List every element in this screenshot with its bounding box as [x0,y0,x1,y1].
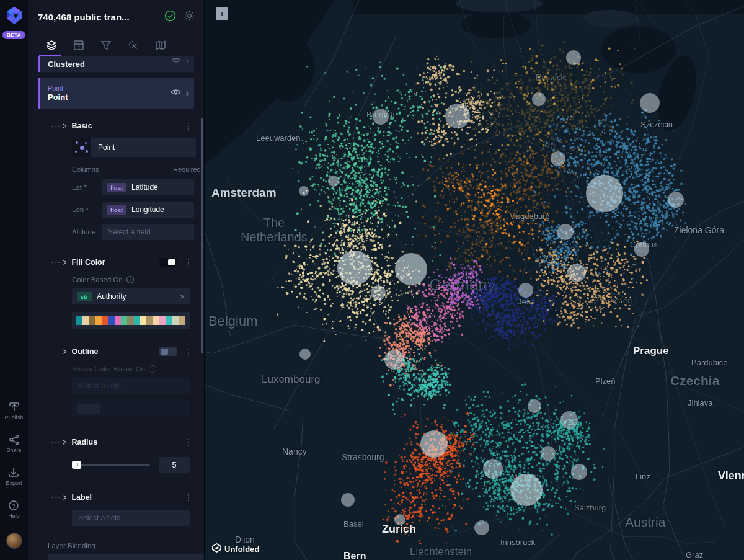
close-icon[interactable]: × [180,292,185,301]
publish-icon [9,401,20,412]
section-outline: > Outline ⋮ Stroke Color Based On i Sele… [51,345,194,417]
publish-button[interactable]: Publish [5,401,24,420]
map-viewport[interactable]: LeeuwardenAmsterdamThe NetherlandsBelgiu… [205,0,744,560]
layer-type-label: Point [48,84,68,92]
expand-chevron-icon[interactable]: > [63,437,66,447]
share-icon [9,434,20,445]
map-title[interactable]: 740,468 public tran... [38,12,157,22]
palette-swatch-11 [146,316,153,325]
palette-swatch-8 [127,316,133,325]
label-field-selector[interactable]: Select a field [72,510,190,526]
panel-scrollbar[interactable] [201,118,203,353]
altitude-field-row: Altitude Select a field [72,224,194,240]
color-field-selector[interactable]: str Authority × [72,288,190,304]
collapse-panel-button[interactable]: ‹ [216,7,228,20]
chevron-right-icon[interactable]: › [186,56,189,66]
layer-config-panel: Clustered › Point Point [28,56,204,560]
unfolded-logo[interactable] [6,6,23,27]
section-outline-header[interactable]: > Outline ⋮ [51,345,194,358]
expand-chevron-icon[interactable]: > [63,347,66,357]
palette-swatch-5 [108,316,114,325]
palette-swatch-14 [166,316,172,325]
float-type-badge: float [107,205,126,215]
eye-icon[interactable] [170,87,181,99]
section-basic-header[interactable]: > Basic ⋮ [51,120,194,132]
layer-blending-group: Layer Blending normal [48,542,194,560]
side-panel: 740,468 public tran... [28,0,205,560]
tab-basemap[interactable] [147,40,174,51]
panel-tabs [28,34,204,56]
color-field-value: Authority [97,292,126,301]
expand-chevron-icon[interactable]: > [63,492,66,502]
attribution-text: Unfolded [224,544,259,554]
left-rail: BETA Publish Share [0,0,28,560]
share-button[interactable]: Share [6,434,21,453]
unfolded-mark-icon [212,543,221,555]
palette-swatch-6 [115,316,121,325]
layer-blending-label: Layer Blending [48,542,194,549]
section-label-header[interactable]: > Label ⋮ [51,491,194,504]
outline-toggle[interactable] [159,347,177,356]
lat-label: Lat * [72,184,102,191]
section-radius: > Radius ⋮ 5 [51,436,194,473]
kebab-menu-icon[interactable]: ⋮ [183,437,194,447]
export-button[interactable]: Export [6,467,22,486]
palette-swatch-9 [134,316,140,325]
radius-slider-handle[interactable] [72,461,81,469]
eye-icon[interactable] [171,56,181,66]
altitude-field-selector[interactable]: Select a field [102,224,194,240]
expand-chevron-icon[interactable]: > [63,257,66,267]
radius-slider-track[interactable] [72,464,150,466]
layer-card-clustered[interactable]: Clustered › [38,56,194,72]
fill-color-toggle[interactable] [159,258,177,267]
layer-card-point[interactable]: Point Point › [38,78,194,109]
palette-swatch-4 [102,316,108,325]
palette-swatch-0 [76,316,82,325]
chevron-right-icon[interactable]: › [186,87,189,99]
palette-swatch-15 [172,316,178,325]
layer-type-value: Point [98,143,115,152]
tree-guide-line [43,171,43,546]
section-title: Label [71,493,92,502]
lat-field-selector[interactable]: float Latitude [102,179,194,195]
tab-layers[interactable] [38,39,65,51]
publish-label: Publish [5,414,24,420]
radius-value-input[interactable]: 5 [159,457,190,473]
kebab-menu-icon[interactable]: ⋮ [183,347,194,357]
user-avatar[interactable] [6,533,22,549]
color-palette-selector[interactable] [72,312,190,329]
help-button[interactable]: ? Help [8,500,20,519]
layer-name: Clustered [48,60,85,69]
section-radius-header[interactable]: > Radius ⋮ [51,436,194,448]
point-layer-canvas [205,0,744,560]
map-attribution[interactable]: Unfolded [212,543,259,555]
tab-filters[interactable] [92,40,120,51]
altitude-label: Altitude [72,228,102,236]
layer-type-selector[interactable]: Point [72,138,196,157]
kebab-menu-icon[interactable]: ⋮ [183,121,194,131]
export-icon [8,467,19,478]
map-title-bar: 740,468 public tran... [28,0,204,34]
section-basic: > Basic ⋮ Point Columns Req [51,120,194,240]
kebab-menu-icon[interactable]: ⋮ [183,257,194,267]
layer-blending-select[interactable]: normal [48,554,204,560]
float-type-badge: float [107,183,126,192]
beta-badge: BETA [2,31,25,39]
palette-swatch-2 [89,316,95,325]
section-title: Basic [71,122,92,130]
share-label: Share [6,447,21,453]
lat-field-value: Latitude [131,183,158,192]
tab-interactions[interactable] [120,40,147,51]
help-icon: ? [8,500,19,511]
stroke-color-field-selector[interactable]: Select a field [72,378,190,394]
kebab-menu-icon[interactable]: ⋮ [183,492,194,502]
expand-chevron-icon[interactable]: > [63,121,66,131]
stroke-color-swatch[interactable] [72,400,190,417]
palette-swatch-10 [140,316,146,325]
tab-columns[interactable] [65,40,92,51]
section-fill-color-header[interactable]: > Fill Color ⋮ [51,256,194,269]
point-type-icon [72,138,91,157]
settings-gear-icon[interactable] [184,10,195,24]
help-label: Help [8,513,20,519]
lon-field-selector[interactable]: float Longitude [102,202,194,218]
